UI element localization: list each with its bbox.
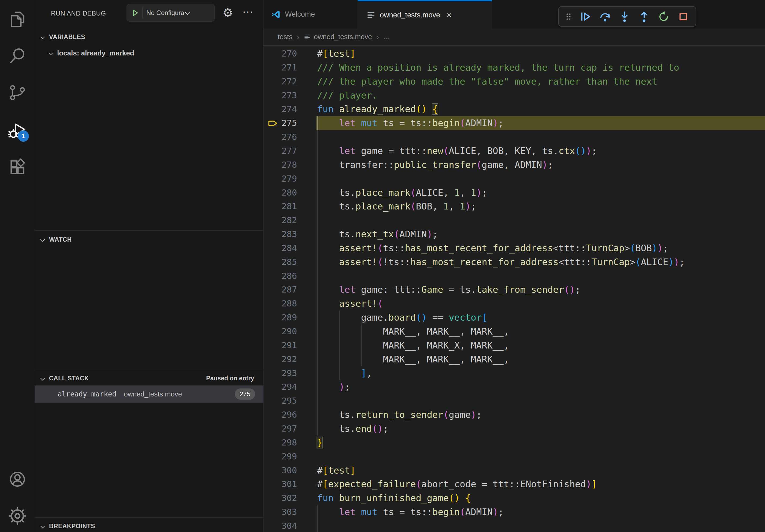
code-line: 280 ts.place_mark(ALICE, 1, 1);	[264, 186, 765, 199]
code-line: 290 MARK__, MARK__, MARK__,	[264, 324, 765, 338]
code-line-text: let game: ttt::Game = ts.take_from_sende…	[317, 283, 581, 297]
call-stack-frame-row[interactable]: already_marked owned_tests.move 275	[35, 386, 264, 402]
settings-button[interactable]	[0, 502, 35, 529]
code-line: 271/// When a position is already marked…	[264, 61, 765, 75]
section-divider	[35, 230, 264, 231]
step-out-button[interactable]	[635, 8, 653, 25]
line-number[interactable]: 284	[264, 241, 297, 255]
breadcrumb-item-tests[interactable]: tests	[278, 33, 293, 41]
step-over-button[interactable]	[596, 8, 613, 25]
line-number[interactable]: 294	[264, 380, 297, 394]
line-number[interactable]: 287	[264, 283, 297, 297]
restart-icon	[657, 10, 670, 23]
start-debugging-button[interactable]	[127, 7, 143, 19]
call-stack-section-header[interactable]: CALL STACK Paused on entry	[35, 371, 264, 386]
code-line-text: fun already_marked() {	[317, 102, 438, 116]
sidebar-item-search[interactable]	[0, 43, 35, 69]
code-line-text: /// the player who made the "false" move…	[317, 75, 657, 89]
line-number[interactable]: 277	[264, 144, 297, 158]
tab-welcome[interactable]: Welcome	[264, 0, 358, 29]
code-line: 302fun burn_unfinished_game() {	[264, 491, 765, 505]
line-number[interactable]: 304	[264, 519, 297, 532]
debug-configuration-dropdown[interactable]: No Configura	[127, 4, 215, 22]
debug-config-label: No Configura	[146, 9, 184, 17]
code-line: 303 let mut ts = ts::begin(ADMIN);	[264, 505, 765, 519]
step-out-icon	[638, 10, 650, 23]
line-number[interactable]: 281	[264, 199, 297, 213]
line-number[interactable]: 289	[264, 311, 297, 324]
line-number[interactable]: 292	[264, 352, 297, 366]
code-line-text: transfer::public_transfer(game, ADMIN);	[317, 158, 553, 172]
line-number[interactable]: 282	[264, 213, 297, 227]
debug-settings-icon[interactable]: ⚙	[221, 6, 235, 20]
line-number[interactable]: 299	[264, 449, 297, 463]
code-line: 283 ts.next_tx(ADMIN);	[264, 227, 765, 241]
code-line: 274fun already_marked() {	[264, 102, 765, 116]
sidebar-item-run-and-debug[interactable]: 1	[0, 117, 35, 144]
vscode-logo-icon	[271, 10, 281, 19]
more-actions-icon[interactable]: ⋯	[241, 5, 255, 19]
start-debugging-icon	[130, 8, 139, 18]
variables-section-header[interactable]: VARIABLES	[35, 30, 264, 45]
line-number[interactable]: 293	[264, 366, 297, 380]
tab-owned-tests-move[interactable]: owned_tests.move ×	[358, 0, 492, 29]
line-number[interactable]: 285	[264, 255, 297, 269]
code-line-text: let game = ttt::new(ALICE, BOB, KEY, ts.…	[317, 144, 597, 158]
line-number[interactable]: 286	[264, 269, 297, 283]
line-number[interactable]: 272	[264, 75, 297, 89]
code-line: 285 assert!(!ts::has_most_recent_for_add…	[264, 255, 765, 269]
line-number[interactable]: 283	[264, 227, 297, 241]
section-divider	[35, 369, 264, 370]
sidebar-item-explorer[interactable]	[0, 6, 35, 33]
line-number[interactable]: 288	[264, 297, 297, 311]
continue-button[interactable]	[577, 8, 594, 25]
line-number[interactable]: 291	[264, 338, 297, 352]
code-line-text: MARK__, MARK_X, MARK__,	[317, 338, 509, 352]
line-number[interactable]: 297	[264, 421, 297, 435]
line-number[interactable]: 302	[264, 491, 297, 505]
code-line-text: #[test]	[317, 47, 356, 61]
code-editor[interactable]: 270#[test]271/// When a position is alre…	[264, 46, 765, 532]
activity-bar: 1	[0, 0, 35, 532]
variables-scope-row[interactable]: locals: already_marked	[35, 46, 264, 61]
code-line: 304	[264, 519, 765, 532]
sidebar-item-extensions[interactable]	[0, 154, 35, 180]
breakpoints-section-header[interactable]: BREAKPOINTS	[35, 519, 264, 532]
line-number[interactable]: 278	[264, 158, 297, 172]
code-line-text: );	[317, 380, 350, 394]
line-number[interactable]: 303	[264, 505, 297, 519]
line-number[interactable]: 295	[264, 394, 297, 408]
code-line: 287 let game: ttt::Game = ts.take_from_s…	[264, 283, 765, 297]
line-number[interactable]: 271	[264, 61, 297, 75]
restart-button[interactable]	[655, 8, 672, 25]
line-number[interactable]: 298	[264, 435, 297, 449]
line-number[interactable]: 296	[264, 408, 297, 421]
breadcrumb-item-file[interactable]: owned_tests.move	[314, 33, 372, 41]
line-number[interactable]: 290	[264, 324, 297, 338]
line-number[interactable]: 274	[264, 102, 297, 116]
stop-button[interactable]	[675, 8, 692, 25]
vscode-window: 1 RUN AND DEBUG	[0, 0, 765, 532]
line-number[interactable]: 279	[264, 172, 297, 186]
line-number[interactable]: 275	[264, 116, 297, 130]
line-number[interactable]: 276	[264, 130, 297, 144]
code-line: 295	[264, 394, 765, 408]
breadcrumb-item-symbol[interactable]: ...	[383, 33, 389, 41]
accounts-button[interactable]	[0, 466, 35, 493]
chevron-down-icon	[40, 524, 45, 529]
watch-section-header[interactable]: WATCH	[35, 232, 264, 247]
line-number[interactable]: 280	[264, 186, 297, 199]
line-number[interactable]: 273	[264, 89, 297, 102]
code-line: 282	[264, 213, 765, 227]
line-number[interactable]: 270	[264, 47, 297, 61]
toolbar-drag-handle[interactable]	[563, 8, 574, 25]
line-number[interactable]: 300	[264, 463, 297, 477]
editor-group: Welcome owned_tests.move ×	[264, 0, 765, 532]
active-indent-guide	[317, 116, 318, 130]
close-tab-icon[interactable]: ×	[446, 11, 452, 19]
step-into-button[interactable]	[616, 8, 633, 25]
line-number[interactable]: 301	[264, 477, 297, 491]
sidebar-item-source-control[interactable]	[0, 79, 35, 106]
code-line: 294 );	[264, 380, 765, 394]
code-line: 301#[expected_failure(abort_code = ttt::…	[264, 477, 765, 491]
